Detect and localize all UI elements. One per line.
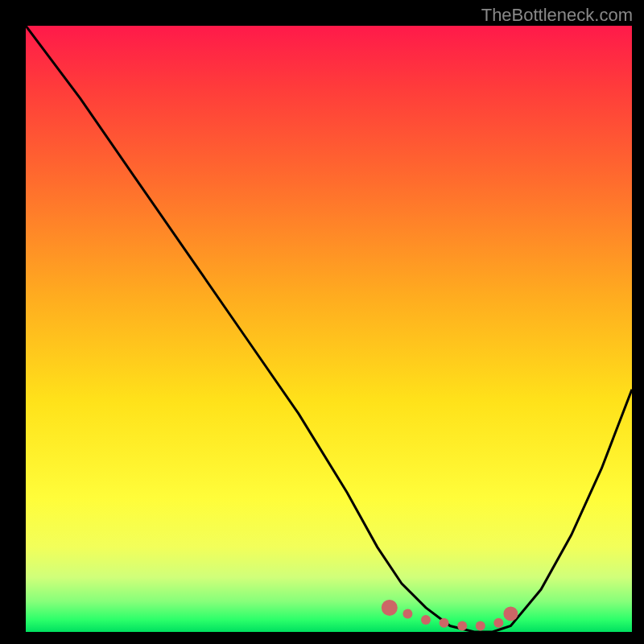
marker-dot	[402, 609, 412, 618]
marker-dot	[421, 615, 431, 625]
bottleneck-curve-path	[26, 26, 632, 632]
marker-dot	[382, 600, 398, 616]
marker-dot	[440, 618, 449, 628]
marker-dot	[493, 618, 503, 628]
marker-dot	[457, 621, 467, 631]
marker-dot	[503, 606, 518, 621]
chart-svg	[26, 26, 632, 632]
watermark-text: TheBottleneck.com	[481, 5, 633, 26]
plot-area	[26, 26, 632, 632]
marker-dot	[476, 621, 485, 631]
